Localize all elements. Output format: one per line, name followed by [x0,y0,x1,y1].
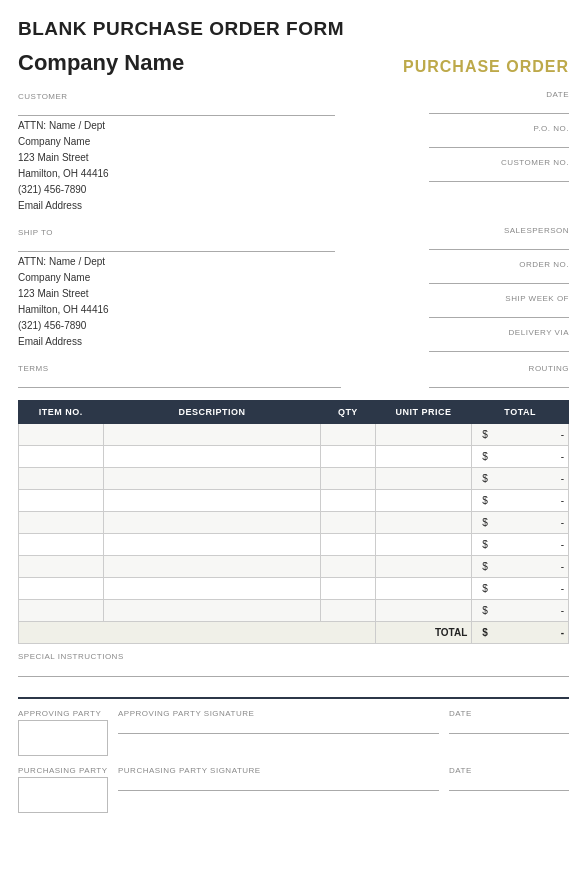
cell-price [375,556,472,578]
order-no-label: ORDER NO. [519,260,569,269]
ship-week-label: SHIP WEEK OF [505,294,569,303]
table-row: $- [19,490,569,512]
cell-qty [321,490,375,512]
cell-desc [103,512,321,534]
cell-price [375,468,472,490]
cell-desc [103,446,321,468]
cell-item [19,446,104,468]
customer-phone: (321) 456-7890 [18,182,335,198]
ship-company: Company Name [18,270,335,286]
customer-attn: ATTN: Name / Dept [18,118,335,134]
cell-qty [321,446,375,468]
cell-item [19,468,104,490]
cell-total: $- [472,600,569,622]
po-no-label: P.O. NO. [534,124,569,133]
cell-item [19,512,104,534]
cell-desc [103,556,321,578]
cell-desc [103,534,321,556]
cell-qty [321,534,375,556]
special-instructions-label: SPECIAL INSTRUCTIONS [18,652,569,661]
cell-qty [321,556,375,578]
cell-item [19,534,104,556]
cell-desc [103,490,321,512]
col-total: TOTAL [472,401,569,424]
purchase-order-table: ITEM NO. DESCRIPTION QTY UNIT PRICE TOTA… [18,400,569,644]
cell-desc [103,424,321,446]
ship-to-label: SHIP TO [18,228,335,237]
approving-party-box [18,720,108,756]
ship-street: 123 Main Street [18,286,335,302]
table-row: $- [19,578,569,600]
customer-city: Hamilton, OH 44416 [18,166,335,182]
col-item-no: ITEM NO. [19,401,104,424]
purchasing-party-label: PURCHASING PARTY [18,766,108,775]
purchasing-party-row: PURCHASING PARTY PURCHASING PARTY SIGNAT… [18,766,569,813]
cell-price [375,600,472,622]
total-label: TOTAL [375,622,472,644]
table-row: $- [19,556,569,578]
cell-desc [103,468,321,490]
cell-item [19,578,104,600]
page-title: BLANK PURCHASE ORDER FORM [18,18,569,40]
col-qty: QTY [321,401,375,424]
date-label: DATE [546,90,569,99]
cell-item [19,490,104,512]
cell-total: $- [472,556,569,578]
cell-total: $- [472,578,569,600]
table-row: $- [19,468,569,490]
approving-party-row: APPROVING PARTY APPROVING PARTY SIGNATUR… [18,709,569,756]
terms-label: TERMS [18,364,341,373]
col-unit-price: UNIT PRICE [375,401,472,424]
signature-section: APPROVING PARTY APPROVING PARTY SIGNATUR… [18,697,569,813]
customer-label: CUSTOMER [18,92,335,101]
table-row: $- [19,534,569,556]
ship-city: Hamilton, OH 44416 [18,302,335,318]
po-label: PURCHASE ORDER [403,58,569,76]
salesperson-label: SALESPERSON [504,226,569,235]
table-row: $- [19,424,569,446]
approving-date-label: DATE [449,709,569,718]
cell-price [375,534,472,556]
cell-item [19,600,104,622]
purchasing-date-label: DATE [449,766,569,775]
approving-sig-label: APPROVING PARTY SIGNATURE [118,709,439,718]
approving-party-label: APPROVING PARTY [18,709,108,718]
customer-email: Email Address [18,198,335,214]
cell-desc [103,578,321,600]
cell-price [375,578,472,600]
total-empty [19,622,376,644]
cell-total: $- [472,468,569,490]
customer-company: Company Name [18,134,335,150]
table-row: $- [19,512,569,534]
cell-item [19,556,104,578]
purchasing-sig-label: PURCHASING PARTY SIGNATURE [118,766,439,775]
purchasing-party-box [18,777,108,813]
cell-qty [321,600,375,622]
total-value: $- [472,622,569,644]
ship-email: Email Address [18,334,335,350]
cell-qty [321,468,375,490]
cell-qty [321,578,375,600]
ship-attn: ATTN: Name / Dept [18,254,335,270]
cell-price [375,424,472,446]
delivery-via-label: DELIVERY VIA [509,328,569,337]
cell-total: $- [472,534,569,556]
table-row: $- [19,446,569,468]
company-name: Company Name [18,50,184,76]
cell-total: $- [472,424,569,446]
routing-label: ROUTING [529,364,569,373]
cell-price [375,446,472,468]
customer-no-label: CUSTOMER NO. [501,158,569,167]
cell-qty [321,424,375,446]
total-row: TOTAL $- [19,622,569,644]
customer-street: 123 Main Street [18,150,335,166]
ship-phone: (321) 456-7890 [18,318,335,334]
cell-price [375,512,472,534]
cell-total: $- [472,446,569,468]
col-description: DESCRIPTION [103,401,321,424]
cell-price [375,490,472,512]
cell-total: $- [472,490,569,512]
table-row: $- [19,600,569,622]
cell-item [19,424,104,446]
cell-total: $- [472,512,569,534]
